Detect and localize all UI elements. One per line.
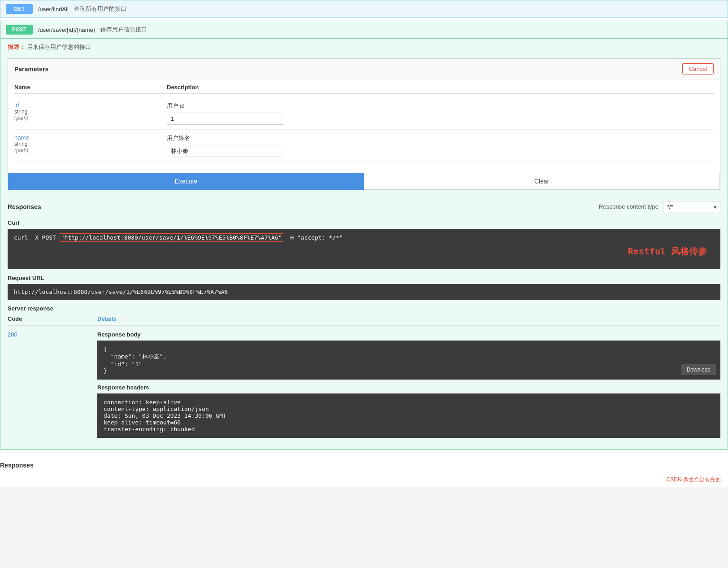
csdn-watermark: CSDN @生命是有光的 [0,472,728,487]
parameters-header: Parameters Cancel [8,59,720,79]
resp-body-box: { "name": "林小秦", "id": "1" } Download [97,341,720,380]
response-table-header: Code Details [8,315,720,326]
parameters-title: Parameters [14,66,48,73]
request-url-box: http://localhost:8080/user/save/1/%E6%9E… [8,284,720,300]
bottom-responses-label: Responses [0,456,728,472]
param-table-header: Name Description [14,84,714,94]
server-response-section: Server response Code Details 200 Respons… [8,305,720,442]
action-buttons: Execute Clear [8,173,720,190]
description-label: 描述： [8,44,25,50]
resp-col-code-header: Code [8,315,97,322]
post-endpoint-wrapper: POST /user/save/{id}/{name} 保存用户信息接口 描述：… [0,21,728,450]
resp-headers-box: connection: keep-alive content-type: app… [97,393,720,438]
restful-annotation: Restful 风格传参 [628,245,707,258]
curl-box: curl -X POST "http://localhost:8080/user… [8,229,720,269]
param-name-cell-name: name string (path) [14,134,167,153]
responses-header: Responses Response content type */* appl… [8,197,720,216]
resp-col-details-header: Details [97,315,720,322]
curl-url-highlight: "http://localhost:8080/user/save/1/%E6%9… [60,233,283,242]
resp-code-200: 200 [8,331,97,338]
param-table: Name Description id string (path) 用户 id [8,79,720,166]
response-content-label: Response content type [599,203,659,210]
request-url-value: http://localhost:8080/user/save/1/%E6%9E… [14,288,228,295]
download-button[interactable]: Download [681,364,716,375]
param-type-name: string [14,141,167,147]
post-method-badge: POST [6,25,33,35]
resp-headers-label: Response headers [97,384,720,391]
resp-details-cell: Response body { "name": "林小秦", "id": "1"… [97,331,720,438]
param-type-id: string [14,109,167,115]
param-row-name: name string (path) 用户姓名 [14,130,714,162]
resp-body-content: { "name": "林小秦", "id": "1" } [104,346,714,374]
resp-body-label: Response body [97,331,720,338]
param-input-name[interactable] [167,145,283,157]
param-row-id: id string (path) 用户 id [14,97,714,130]
param-desc-label-id: 用户 id [167,102,714,110]
resp-headers-content: connection: keep-alive content-type: app… [104,399,714,433]
request-url-label: Request URL [8,275,720,281]
response-table-row-200: 200 Response body { "name": "林小秦", "id":… [8,328,720,442]
param-location-id: (path) [14,115,167,121]
get-endpoint-path: /user/findAll [38,6,69,13]
parameters-section: Parameters Cancel Name Description id st… [8,58,720,190]
param-col-name-header: Name [14,84,167,91]
responses-section: Responses Response content type */* appl… [8,197,720,442]
get-endpoint-description: 查询所有用户的接口 [74,5,126,13]
curl-code: curl -X POST "http://localhost:8080/user… [14,233,343,242]
param-input-id[interactable] [167,113,283,125]
post-endpoint-body: 描述： 用来保存用户信息的接口 Parameters Cancel Name D… [0,38,728,449]
post-endpoint-path: /user/save/{id}/{name} [38,26,95,33]
execute-button[interactable]: Execute [8,173,364,190]
responses-title: Responses [8,203,41,210]
param-name-id: id [14,102,19,109]
clear-button[interactable]: Clear [364,173,720,190]
description-row: 描述： 用来保存用户信息的接口 [8,39,720,55]
get-endpoint: GET /user/findAll 查询所有用户的接口 [0,0,728,18]
post-endpoint-header[interactable]: POST /user/save/{id}/{name} 保存用户信息接口 [0,21,728,38]
curl-suffix: -H "accept: */*" [283,234,343,241]
request-url-section: Request URL http://localhost:8080/user/s… [8,275,720,300]
curl-label: Curl [8,219,720,226]
param-location-name: (path) [14,147,167,153]
response-content-type-select[interactable]: */* application/json text/plain [663,201,720,212]
param-col-desc-header: Description [167,84,714,91]
param-name-name: name [14,134,29,141]
param-desc-cell-name: 用户姓名 [167,134,714,157]
curl-section: Curl curl -X POST "http://localhost:8080… [8,219,720,269]
curl-prefix: curl -X POST [14,234,60,241]
param-name-cell-id: id string (path) [14,102,167,121]
get-method-badge: GET [6,4,33,14]
description-text: 用来保存用户信息的接口 [27,44,91,50]
server-response-label: Server response [8,305,720,312]
post-endpoint-description: 保存用户信息接口 [100,26,147,34]
param-desc-label-name: 用户姓名 [167,134,714,142]
cancel-button[interactable]: Cancel [682,63,714,74]
param-desc-cell-id: 用户 id [167,102,714,125]
select-wrapper: */* application/json text/plain [663,201,720,212]
response-content-type-row: Response content type */* application/js… [599,201,720,212]
